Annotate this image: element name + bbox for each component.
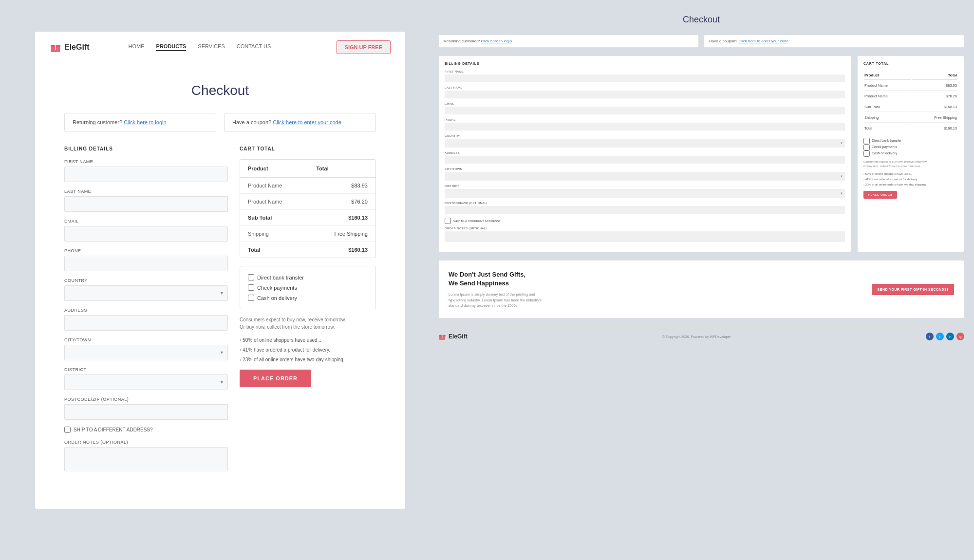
r-cart-item-1: Product Name $76.20 xyxy=(864,92,957,101)
r-last-name: LAST NAME xyxy=(445,86,845,98)
city-select[interactable] xyxy=(64,345,228,360)
r-subtotal-row: Sub Total $160.13 xyxy=(864,102,957,112)
last-name-label: LAST NAME xyxy=(64,189,228,194)
stat-0: 50% of online shoppers have used... xyxy=(240,336,376,345)
right-cart-table: Product Total Product Name $83.93 Produc… xyxy=(863,70,958,134)
nav-services[interactable]: SERVICES xyxy=(198,43,225,51)
place-order-button[interactable]: PLACE ORDER xyxy=(240,370,311,387)
payment-option-0: Direct bank transfer xyxy=(248,274,368,280)
instagram-icon[interactable]: ig xyxy=(956,333,964,340)
returning-customer-notice: Returning customer? Click here to login xyxy=(64,113,216,131)
nav-home[interactable]: HOME xyxy=(129,43,145,51)
login-link[interactable]: Click here to login xyxy=(124,119,166,125)
nav-products[interactable]: PRODUCTS xyxy=(156,43,187,51)
payment-checkbox-2[interactable] xyxy=(248,295,254,301)
right-panel: Checkout Returning customer? Click here … xyxy=(429,0,974,361)
r-district-arrow: ▼ xyxy=(840,192,843,195)
nav-contact[interactable]: CONTACT US xyxy=(237,43,271,51)
right-footer-logo: EleGift xyxy=(438,333,468,340)
ship-different-checkbox[interactable] xyxy=(64,427,71,433)
r-stats: › 50% of online shoppers have used... › … xyxy=(863,171,958,187)
coupon-link[interactable]: Click here to enter your code xyxy=(273,119,341,125)
r-phone-input xyxy=(445,123,845,131)
email-input[interactable] xyxy=(64,226,228,242)
right-returning-notice: Returning customer? Click here to login xyxy=(438,35,699,48)
r-cart-item-0: Product Name $83.93 xyxy=(864,81,957,91)
right-coupon-notice: Have a coupon? Click here to enter your … xyxy=(704,35,964,48)
email-field: EMAIL xyxy=(64,219,228,242)
brand-name: EleGift xyxy=(64,43,90,52)
ship-different-address-row: SHIP TO A DIFFERENT ADDRESS? xyxy=(64,427,228,433)
stat-2: 23% of all online orders have two-day sh… xyxy=(240,355,376,365)
content-grid: BILLING DETAILS FIRST NAME LAST NAME EMA… xyxy=(35,146,405,480)
cart-item-0: Product Name $83.93 xyxy=(240,178,375,194)
r-phone: PHONE xyxy=(445,118,845,131)
country-select[interactable] xyxy=(64,285,228,301)
signup-button[interactable]: SIGN UP FREE xyxy=(337,40,391,54)
r-place-order-button[interactable]: PLACE ORDER xyxy=(863,191,897,199)
right-footer: EleGift © Copyright 2020. Powered by WPD… xyxy=(438,326,964,346)
r-product-header: Product xyxy=(864,71,911,80)
payment-checkbox-1[interactable] xyxy=(248,284,254,291)
district-select[interactable] xyxy=(64,374,228,390)
right-content-row: BILLING DETAILS FIRST NAME LAST NAME EMA… xyxy=(438,56,964,252)
r-order-notes: ORDER NOTES (OPTIONAL) xyxy=(445,227,845,242)
r-payment-checkbox-0[interactable] xyxy=(863,138,870,144)
svg-rect-2 xyxy=(55,45,56,50)
r-payment-checkbox-1[interactable] xyxy=(863,144,870,150)
facebook-icon[interactable]: f xyxy=(926,333,934,340)
promo-button[interactable]: SEND YOUR FIRST GIFT IN SECONDS! xyxy=(872,284,954,295)
logo: EleGift xyxy=(50,41,90,53)
city-field: CITY/TOWN ▼ xyxy=(64,337,228,360)
order-notes-input[interactable] xyxy=(64,447,228,471)
svg-rect-5 xyxy=(442,335,442,338)
shipping-label: Shipping xyxy=(240,226,308,242)
cart-item-1: Product Name $76.20 xyxy=(240,194,375,210)
promo-title: We Don't Just Send Gifts, We Send Happin… xyxy=(449,270,546,288)
last-name-input[interactable] xyxy=(64,196,228,212)
city-select-wrapper: ▼ xyxy=(64,345,228,360)
r-last-name-input xyxy=(445,91,845,98)
total-value: $160.13 xyxy=(308,242,375,258)
right-cart-title: CART TOTAL xyxy=(863,62,958,65)
right-coupon-link[interactable]: Click here to enter your code xyxy=(739,39,788,43)
footer-copyright: © Copyright 2020. Powered by WPDeveloper xyxy=(662,335,731,338)
linkedin-icon[interactable]: in xyxy=(946,333,954,340)
right-page-title: Checkout xyxy=(438,15,964,25)
twitter-icon[interactable]: t xyxy=(936,333,944,340)
r-ship-checkbox[interactable] xyxy=(445,218,451,224)
city-label: CITY/TOWN xyxy=(64,337,228,342)
stat-1: 41% have ordered a product for delivery. xyxy=(240,345,376,355)
right-login-link[interactable]: Click here to login xyxy=(481,39,512,43)
right-billing-section: BILLING DETAILS FIRST NAME LAST NAME EMA… xyxy=(438,56,851,252)
phone-label: PHONE xyxy=(64,248,228,253)
postcode-input[interactable] xyxy=(64,404,228,420)
nav-links: HOME PRODUCTS SERVICES CONTACT US xyxy=(129,43,271,51)
country-field: COUNTRY ▼ xyxy=(64,278,228,301)
address-label: ADDRESS xyxy=(64,308,228,313)
billing-section: BILLING DETAILS FIRST NAME LAST NAME EMA… xyxy=(64,146,228,480)
right-billing-title: BILLING DETAILS xyxy=(445,62,845,65)
promo-section: We Don't Just Send Gifts, We Send Happin… xyxy=(438,260,964,318)
r-payment-checkbox-2[interactable] xyxy=(863,150,870,157)
r-order-notes-input xyxy=(445,231,845,242)
r-address: ADDRESS xyxy=(445,151,845,164)
subtotal-label: Sub Total xyxy=(240,210,308,226)
payment-option-2: Cash on delivery xyxy=(248,295,368,301)
r-address-input xyxy=(445,156,845,164)
first-name-input[interactable] xyxy=(64,167,228,182)
payment-section: Direct bank transfer Check payments Cash… xyxy=(240,266,376,309)
address-input[interactable] xyxy=(64,315,228,331)
cart-table: Product Total Product Name $83.93 Produc… xyxy=(240,159,376,258)
postcode-label: POSTCODE/ZIP (OPTIONAL) xyxy=(64,397,228,402)
r-total-header: Total xyxy=(912,71,957,80)
total-label: Total xyxy=(240,242,308,258)
r-postcode-input xyxy=(445,206,845,214)
payment-checkbox-0[interactable] xyxy=(248,274,254,280)
r-payment-desc: Consumers expect to buy now, receive tom… xyxy=(863,160,958,168)
district-field: DISTRICT ▼ xyxy=(64,367,228,390)
cart-total-row: Total $160.13 xyxy=(240,242,375,258)
district-label: DISTRICT xyxy=(64,367,228,372)
cart-item-1-name: Product Name xyxy=(240,194,308,210)
phone-input[interactable] xyxy=(64,256,228,271)
